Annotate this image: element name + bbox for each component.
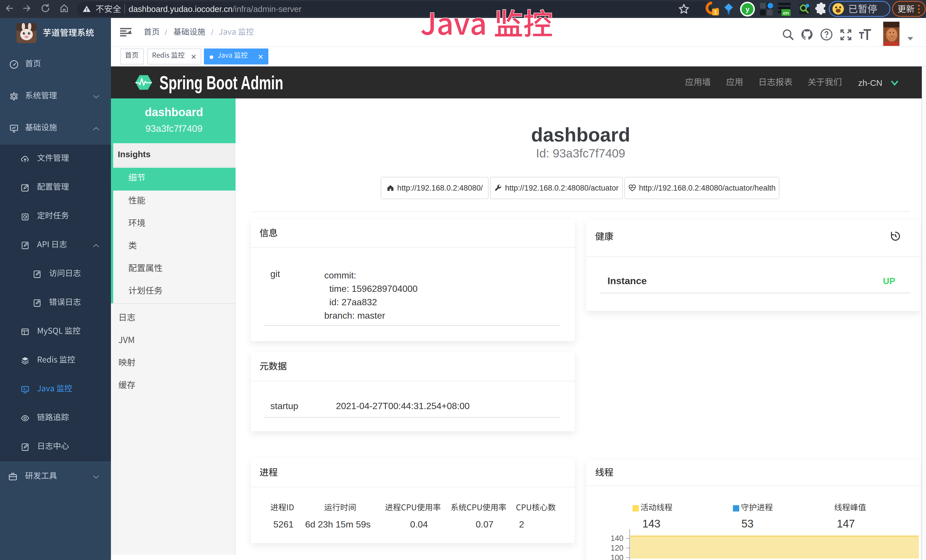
svg-text:1: 1 [714, 9, 717, 15]
svg-text:on: on [783, 10, 789, 16]
svg-text:y: y [746, 5, 749, 13]
